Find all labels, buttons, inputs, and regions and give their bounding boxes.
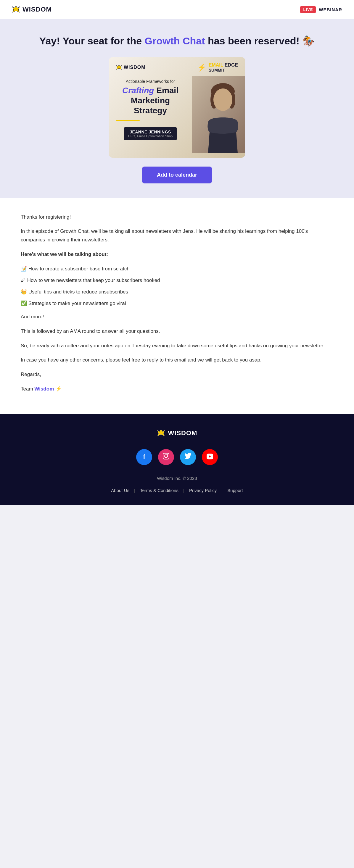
logo: WISDOM [12, 5, 52, 13]
svg-marker-1 [116, 65, 121, 69]
separator-1: | [134, 488, 135, 493]
webinar-card: WISDOM ⚡ EMAIL EDGE SUMMIT Actionable Fr… [109, 57, 245, 158]
card-content: Actionable Frameworks for Crafting Email… [109, 76, 245, 157]
coffee-paragraph: So, be ready with a coffee and your note… [21, 342, 333, 350]
lightning-icon: ⚡ [198, 63, 206, 71]
card-logo: WISDOM [116, 64, 146, 70]
hero-section: Yay! Your seat for the Growth Chat has b… [0, 19, 354, 198]
speaker-photo [192, 76, 245, 153]
bullet-list: 📝 How to create a subscriber base from s… [21, 265, 333, 308]
speaker-tag: JEANNE JENNINGS CEO, Email Optimization … [124, 127, 177, 140]
wisdom-link[interactable]: Wisdom [34, 386, 54, 392]
footer-logo-text: WISDOM [168, 429, 198, 437]
about-us-link[interactable]: About Us [111, 488, 129, 493]
card-top-bar: WISDOM ⚡ EMAIL EDGE SUMMIT [109, 57, 245, 76]
facebook-button[interactable]: f [136, 449, 152, 465]
privacy-link[interactable]: Privacy Policy [189, 488, 217, 493]
instagram-button[interactable] [158, 449, 174, 465]
svg-rect-9 [163, 453, 169, 459]
hero-title-suffix: has been reserved! 🏇 [205, 35, 315, 46]
main-content: Thanks for registering! In this episode … [0, 198, 354, 414]
summit-summit: SUMMIT [209, 68, 238, 73]
concerns-paragraph: In case you have any other concerns, ple… [21, 356, 333, 365]
live-badge-container: LIVE WEBINAR [300, 6, 342, 13]
instagram-icon [163, 453, 170, 462]
twitter-icon [184, 453, 191, 462]
ama-paragraph: This is followed by an AMA round to answ… [21, 327, 333, 336]
and-more-paragraph: And more! [21, 313, 333, 321]
hero-title: Yay! Your seat for the Growth Chat has b… [24, 34, 330, 48]
thanks-paragraph: Thanks for registering! [21, 213, 333, 222]
team-emoji: ⚡ [54, 386, 62, 392]
list-item: ✅ Strategies to make your newsletters go… [21, 300, 333, 308]
youtube-button[interactable] [202, 449, 218, 465]
wisdom-logo-icon [12, 5, 20, 13]
facebook-icon: f [143, 453, 145, 461]
footer-logo-icon [157, 429, 165, 437]
youtube-icon [206, 453, 213, 461]
hero-title-highlight: Growth Chat [145, 35, 205, 46]
card-subtitle: Actionable Frameworks for [116, 79, 185, 84]
add-calendar-button[interactable]: Add to calendar [142, 166, 212, 183]
team-regards: Regards, Team Wisdom ⚡ [21, 370, 333, 394]
card-title-colored: Crafting [122, 86, 154, 95]
card-summit-badge: ⚡ EMAIL EDGE SUMMIT [198, 62, 238, 73]
speaker-name: JEANNE JENNINGS [128, 130, 173, 134]
summit-edge: EDGE [223, 62, 238, 67]
svg-point-10 [165, 455, 168, 458]
card-logo-text: WISDOM [124, 65, 146, 70]
svg-marker-0 [12, 6, 20, 12]
intro-paragraph: In this episode of Growth Chat, we'll be… [21, 227, 333, 244]
support-link[interactable]: Support [227, 488, 243, 493]
svg-marker-8 [157, 430, 165, 436]
summit-email: EMAIL [209, 62, 223, 67]
list-item: 👑 Useful tips and tricks to reduce unsub… [21, 288, 333, 297]
team-prefix: Team [21, 386, 34, 392]
summit-badge-text: EMAIL EDGE SUMMIT [209, 62, 238, 73]
logo-text: WISDOM [23, 6, 52, 13]
hero-title-prefix: Yay! Your seat for the [39, 35, 145, 46]
svg-point-11 [167, 454, 168, 455]
footer-logo: WISDOM [12, 429, 342, 437]
twitter-button[interactable] [180, 449, 196, 465]
card-photo-side [192, 76, 245, 157]
card-divider [116, 120, 140, 121]
svg-point-7 [213, 89, 232, 111]
webinar-text: WEBINAR [319, 7, 342, 12]
team-line: Team Wisdom ⚡ [21, 385, 333, 394]
live-badge: LIVE [300, 6, 316, 13]
section-title: Here's what we will be talking about: [21, 250, 333, 259]
social-icons: f [12, 449, 342, 465]
speaker-title: CEO, Email Optimization Shop [128, 134, 173, 138]
card-logo-icon [116, 64, 122, 70]
footer: WISDOM f [0, 414, 354, 505]
terms-link[interactable]: Terms & Conditions [140, 488, 178, 493]
footer-links: About Us | Terms & Conditions | Privacy … [12, 488, 342, 493]
card-main-title: Crafting Email Marketing Strategy [116, 86, 185, 115]
regards-text: Regards, [21, 370, 333, 379]
summit-top-line: EMAIL EDGE [209, 62, 238, 68]
separator-3: | [222, 488, 223, 493]
header: WISDOM LIVE WEBINAR [0, 0, 354, 19]
separator-2: | [183, 488, 184, 493]
list-item: 📝 How to create a subscriber base from s… [21, 265, 333, 273]
card-text-side: Actionable Frameworks for Crafting Email… [109, 76, 192, 157]
list-item: 🖊 How to write newsletters that keep you… [21, 276, 333, 285]
footer-copyright: Wisdom Inc. © 2023 [12, 476, 342, 481]
